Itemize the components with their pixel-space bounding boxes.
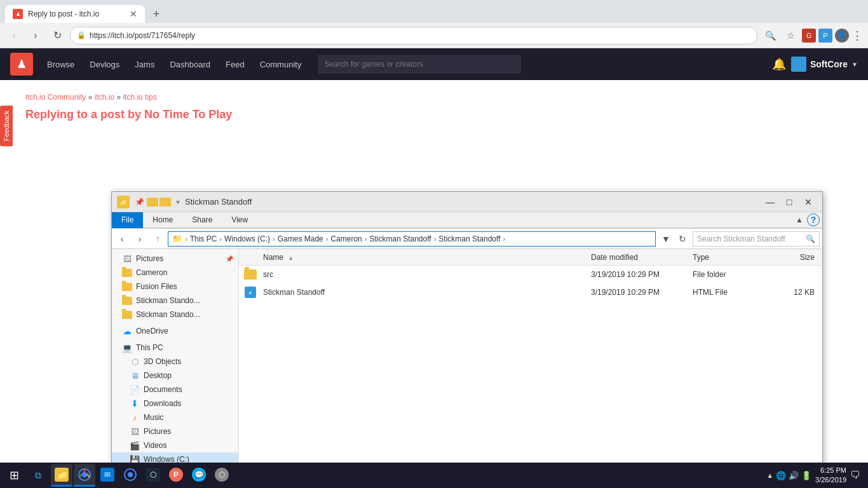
- taskbar-unknown[interactable]: ⬡: [211, 464, 233, 487]
- fe-col-name-header[interactable]: Name ▲: [261, 253, 588, 262]
- fe-tab-home[interactable]: Home: [143, 212, 182, 227]
- fe-path-windows[interactable]: Windows (C:): [224, 234, 270, 243]
- taskbar-file-explorer[interactable]: 📁: [51, 464, 72, 487]
- search-icon[interactable]: 🔍: [761, 27, 779, 44]
- sidebar-fusion-files[interactable]: Fusion Files: [112, 280, 238, 294]
- fe-refresh-button[interactable]: ↻: [675, 231, 690, 247]
- taskbar-steam[interactable]: ⬡: [142, 464, 164, 487]
- taskbar-mail[interactable]: ✉: [97, 464, 118, 487]
- task-view-button[interactable]: ⧉: [27, 464, 50, 487]
- forward-button[interactable]: ›: [27, 27, 44, 44]
- fe-file-area: Name ▲ Date modified Type Size: [239, 249, 822, 488]
- sidebar-stickman1[interactable]: Stickman Stando...: [112, 294, 238, 308]
- fe-col-date-header[interactable]: Date modified: [588, 253, 690, 262]
- taskbar-patreon[interactable]: P: [165, 464, 187, 487]
- address-bar[interactable]: 🔒 https://itch.io/post/717654/reply: [70, 27, 757, 44]
- chrome-taskbar-icon: [78, 468, 92, 482]
- table-row[interactable]: src 3/19/2019 10:29 PM File folder: [239, 266, 822, 283]
- breadcrumb-community[interactable]: itch.io Community: [25, 93, 86, 102]
- reload-button[interactable]: ↻: [48, 27, 66, 44]
- star-icon[interactable]: ☆: [782, 27, 799, 44]
- fe-up-button[interactable]: ↑: [150, 231, 165, 247]
- nav-browse[interactable]: Browse: [41, 56, 81, 73]
- fe-tab-file[interactable]: File: [112, 212, 143, 228]
- sidebar-stickman2[interactable]: Stickman Stando...: [112, 308, 238, 322]
- tray-battery-icon[interactable]: 🔋: [801, 471, 811, 480]
- fe-window-title: Stickman Standoff: [185, 197, 761, 207]
- feedback-tab[interactable]: Feedback: [0, 105, 13, 146]
- itch-brand[interactable]: SoftCore ▼: [791, 57, 858, 72]
- fe-tab-view[interactable]: View: [222, 212, 257, 227]
- brand-dropdown-icon[interactable]: ▼: [851, 61, 858, 68]
- tray-network-icon[interactable]: 🌐: [776, 471, 786, 480]
- user-avatar[interactable]: 👤: [835, 29, 849, 43]
- fe-path-dropdown[interactable]: ▼: [658, 231, 674, 247]
- fe-address-bar: ‹ › ↑ 📁 › This PC › Windows (C:) › Games…: [112, 229, 822, 249]
- fe-minimize-button[interactable]: —: [761, 193, 779, 211]
- fe-col-type-header[interactable]: Type: [690, 253, 766, 262]
- search-input[interactable]: [318, 55, 521, 74]
- fe-tab-share[interactable]: Share: [182, 212, 222, 227]
- sidebar-documents[interactable]: 📄 Documents: [112, 383, 238, 396]
- sidebar-desktop[interactable]: 🖥 Desktop: [112, 369, 238, 383]
- sidebar-onedrive[interactable]: ☁ OneDrive: [112, 324, 238, 338]
- nav-community[interactable]: Community: [254, 56, 308, 73]
- fe-forward-button[interactable]: ›: [132, 231, 147, 247]
- nav-jams[interactable]: Jams: [128, 56, 161, 73]
- sidebar-downloads[interactable]: ⬇ Downloads: [112, 396, 238, 410]
- file-explorer-titlebar: 📁 📌 ▾ Stickman Standoff — □ ✕: [112, 192, 822, 212]
- browser-tab[interactable]: ♟ Reply to post - itch.io ✕: [5, 5, 145, 23]
- extension-icon-1[interactable]: G: [802, 29, 816, 43]
- fe-path-gamesmade[interactable]: Games Made: [278, 234, 323, 243]
- new-tab-button[interactable]: +: [147, 5, 165, 23]
- back-button[interactable]: ‹: [5, 27, 23, 44]
- tray-volume-icon[interactable]: 🔊: [789, 471, 799, 480]
- browser-toolbar: ‹ › ↻ 🔒 https://itch.io/post/717654/repl…: [0, 23, 868, 48]
- file-icon-html: e: [244, 286, 257, 299]
- breadcrumb-tips[interactable]: itch.io tips: [123, 93, 156, 102]
- tray-expand-icon[interactable]: ▲: [766, 471, 773, 479]
- fe-path-stickman1[interactable]: Stickman Standoff: [369, 234, 431, 243]
- extension-icon-2[interactable]: P: [818, 29, 832, 43]
- taskbar-chrome[interactable]: [74, 464, 95, 487]
- fe-path-cameron[interactable]: Cameron: [330, 234, 362, 243]
- tab-close-button[interactable]: ✕: [130, 9, 137, 19]
- notification-bell[interactable]: 🔔: [772, 57, 786, 71]
- breadcrumb-itchio[interactable]: itch.io: [95, 93, 114, 102]
- sidebar-stickman2-label: Stickman Stando...: [136, 310, 200, 319]
- fe-path-stickman2[interactable]: Stickman Standoff: [438, 234, 500, 243]
- action-center-icon[interactable]: 🗨: [850, 470, 860, 481]
- fe-path-thispc[interactable]: This PC: [190, 234, 217, 243]
- menu-button[interactable]: ⋮: [851, 29, 863, 43]
- fe-folder-icon-small2: [159, 198, 171, 207]
- sidebar-quickaccess-pictures[interactable]: 🖼 Pictures 📌: [112, 252, 238, 266]
- nav-devlogs[interactable]: Devlogs: [83, 56, 126, 73]
- start-button[interactable]: ⊞: [3, 464, 25, 487]
- itch-logo[interactable]: ♟: [10, 53, 33, 76]
- fe-close-button[interactable]: ✕: [799, 193, 817, 211]
- taskbar-clock[interactable]: 6:25 PM 3/26/2019: [815, 466, 846, 485]
- sidebar-thispc[interactable]: 💻 This PC: [112, 341, 238, 355]
- fe-back-button[interactable]: ‹: [114, 231, 130, 247]
- sidebar-music[interactable]: ♪ Music: [112, 410, 238, 424]
- nav-feed[interactable]: Feed: [219, 56, 251, 73]
- table-row[interactable]: e Stickman Standoff 3/19/2019 10:29 PM H…: [239, 283, 822, 301]
- sidebar-videos[interactable]: 🎬 Videos: [112, 438, 238, 452]
- fe-ribbon-expand[interactable]: ▲: [793, 214, 806, 226]
- tab-title: Reply to post - itch.io: [28, 10, 125, 18]
- sidebar-cameron[interactable]: Cameron: [112, 266, 238, 280]
- 3dobjects-icon: ⬡: [130, 356, 140, 367]
- sidebar-stickman1-icon: [122, 295, 132, 306]
- taskbar-messenger[interactable]: 💬: [188, 464, 210, 487]
- fe-help-button[interactable]: ?: [807, 214, 820, 226]
- sidebar-3dobjects[interactable]: ⬡ 3D Objects: [112, 355, 238, 369]
- sidebar-pictures-thispc[interactable]: 🖼 Pictures: [112, 424, 238, 438]
- post-author[interactable]: No Time To Play: [144, 108, 232, 121]
- fe-search-box[interactable]: Search Stickman Standoff 🔍: [693, 231, 820, 247]
- nav-dashboard[interactable]: Dashboard: [163, 56, 217, 73]
- fe-path-bar[interactable]: 📁 › This PC › Windows (C:) › Games Made …: [168, 231, 656, 247]
- fe-col-size-header[interactable]: Size: [766, 253, 817, 262]
- fe-folder-icon-small: [147, 198, 158, 207]
- fe-maximize-button[interactable]: □: [780, 193, 798, 211]
- taskbar-chrome2[interactable]: [119, 464, 141, 487]
